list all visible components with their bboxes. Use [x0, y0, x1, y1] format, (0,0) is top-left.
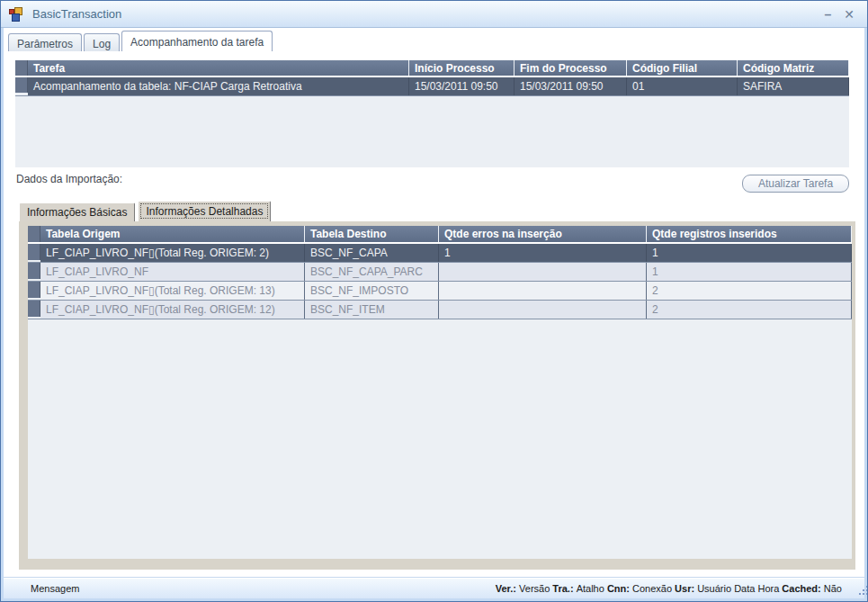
table-row[interactable]: LF_CIAP_LIVRO_NF▯(Total Reg. ORIGEM: 13)… [28, 282, 852, 301]
table-cell[interactable]: 1 [647, 244, 852, 262]
status-field-label: Usr: [675, 583, 697, 594]
row-header-corner [28, 226, 40, 242]
table-row[interactable]: Acompanhamento da tabela: NF-CIAP Carga … [15, 77, 849, 96]
table-row[interactable]: LF_CIAP_LIVRO_NF▯(Total Reg. ORIGEM: 2)B… [28, 244, 852, 263]
window-controls: – ✕ [824, 8, 867, 21]
table-cell[interactable]: BSC_NF_CAPA_PARC [305, 263, 439, 281]
app-icon [9, 7, 23, 22]
status-field-value: Não [824, 583, 842, 594]
table-cell[interactable]: 1 [439, 244, 647, 262]
column-header[interactable]: Tabela Origem [40, 226, 305, 242]
window-border-bottom [1, 598, 867, 601]
table-cell[interactable]: BSC_NF_ITEM [305, 301, 439, 319]
table-row[interactable]: LF_CIAP_LIVRO_NFBSC_NF_CAPA_PARC1 [28, 263, 852, 282]
table-cell[interactable] [439, 282, 647, 300]
table-cell[interactable]: 2 [647, 301, 852, 319]
import-section-label: Dados da Importação: [16, 173, 122, 185]
window-border-right [864, 28, 867, 601]
table-cell[interactable]: BSC_NF_IMPOSTO [305, 282, 439, 300]
row-header[interactable] [28, 301, 40, 317]
tab-parametros[interactable]: Parâmetros [8, 33, 82, 51]
resize-grip-icon[interactable] [859, 593, 861, 595]
row-header-corner [15, 60, 28, 76]
column-header[interactable]: Fim do Processo [515, 60, 627, 76]
status-field-value: Versão [519, 583, 552, 594]
tab-informacoes-detalhadas[interactable]: Informações Detalhadas [138, 201, 271, 221]
window-border-left [1, 28, 4, 601]
tab-informacoes-basicas[interactable]: Informações Básicas [19, 202, 135, 221]
status-field-label: Ver.: [496, 583, 519, 594]
status-field-label: Cached: [782, 583, 823, 594]
status-field-value: Conexão [632, 583, 675, 594]
table-cell[interactable]: 1 [647, 263, 852, 281]
close-icon[interactable]: ✕ [844, 8, 855, 21]
status-bar: Mensagem Ver.: Versão Tra.: Atalho Cnn: … [2, 578, 866, 598]
column-header[interactable]: Código Filial [627, 60, 738, 76]
status-field-label: Cnn: [607, 583, 632, 594]
tab-acompanhamento[interactable]: Acompanhamento da tarefa [121, 31, 273, 51]
column-header[interactable]: Qtde registros inseridos [647, 226, 852, 242]
table-cell[interactable]: LF_CIAP_LIVRO_NF▯(Total Reg. ORIGEM: 13) [40, 282, 305, 300]
table-cell[interactable]: 01 [627, 77, 738, 95]
row-header[interactable] [28, 263, 40, 279]
app-window: BasicTransaction – ✕ ParâmetrosLogAcompa… [0, 0, 868, 602]
minimize-icon[interactable]: – [824, 8, 831, 21]
detail-grid: Tabela OrigemTabela DestinoQtde erros na… [28, 226, 852, 559]
main-tabstrip: ParâmetrosLogAcompanhamento da tarefa [8, 31, 274, 51]
status-field-value: Hora [757, 583, 782, 594]
status-field-value: Usuário [697, 583, 734, 594]
task-grid: TarefaInício ProcessoFim do ProcessoCódi… [15, 60, 849, 167]
table-cell[interactable]: 15/03/2011 09:50 [409, 77, 515, 95]
status-message: Mensagem [31, 583, 79, 594]
status-field-value: Atalho [577, 583, 607, 594]
column-header[interactable]: Início Processo [409, 60, 515, 76]
column-header[interactable]: Tabela Destino [305, 226, 439, 242]
table-cell[interactable]: 15/03/2011 09:50 [515, 77, 627, 95]
table-cell[interactable]: SAFIRA [738, 77, 849, 95]
row-header[interactable] [15, 77, 28, 93]
table-row[interactable]: LF_CIAP_LIVRO_NF▯(Total Reg. ORIGEM: 12)… [28, 301, 852, 319]
row-header[interactable] [28, 244, 40, 260]
column-header[interactable]: Qtde erros na inserção [439, 226, 647, 242]
table-cell[interactable]: BSC_NF_CAPA [305, 244, 439, 262]
table-cell[interactable]: Acompanhamento da tabela: NF-CIAP Carga … [28, 77, 409, 95]
title-bar: BasicTransaction – ✕ [1, 1, 867, 28]
status-field-value: Data [734, 583, 757, 594]
row-header[interactable] [28, 282, 40, 298]
column-header[interactable]: Tarefa [28, 60, 409, 76]
status-fields: Ver.: Versão Tra.: Atalho Cnn: Conexão U… [496, 583, 842, 594]
table-cell[interactable]: LF_CIAP_LIVRO_NF▯(Total Reg. ORIGEM: 12) [40, 301, 305, 319]
table-cell[interactable] [439, 301, 647, 319]
window-title: BasicTransaction [32, 7, 121, 21]
update-task-button[interactable]: Atualizar Tarefa [742, 175, 849, 193]
detail-tabstrip: Informações BásicasInformações Detalhada… [19, 201, 273, 221]
status-field-label: Tra.: [552, 583, 576, 594]
column-header[interactable]: Código Matriz [738, 60, 849, 76]
table-cell[interactable]: LF_CIAP_LIVRO_NF [40, 263, 305, 281]
table-cell[interactable] [439, 263, 647, 281]
table-cell[interactable]: 2 [647, 282, 852, 300]
tab-log[interactable]: Log [84, 33, 120, 51]
table-cell[interactable]: LF_CIAP_LIVRO_NF▯(Total Reg. ORIGEM: 2) [40, 244, 305, 262]
